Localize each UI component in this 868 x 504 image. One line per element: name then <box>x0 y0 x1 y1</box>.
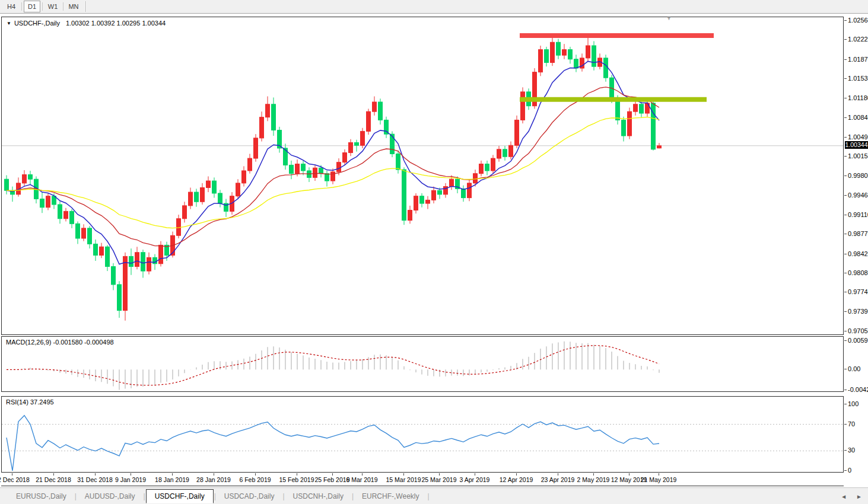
date-tick-mark <box>558 473 558 476</box>
tab-scroll-right-icon[interactable]: ► <box>856 493 862 500</box>
price-tick-label: 1.01530 <box>848 75 868 82</box>
chart-shift-marker-icon[interactable]: ▼ <box>666 15 672 21</box>
price-tick-label: 0.99800 <box>848 172 868 179</box>
macd-tick-mark <box>844 369 847 369</box>
price-tick-label: 0.98770 <box>848 230 868 237</box>
tab-eurchf-weekly[interactable]: EURCHF-,Weekly <box>354 490 427 503</box>
period-button-h4[interactable]: H4 <box>3 1 20 12</box>
chart-tab-bar: EURUSD-,Daily|AUDUSD-,Daily|USDCHF-,Dail… <box>0 487 868 504</box>
price-tick-mark <box>844 59 847 60</box>
price-tick-label: 1.01870 <box>848 56 868 63</box>
date-tick-label: 3 Apr 2019 <box>460 476 490 483</box>
tab-eurusd-daily[interactable]: EURUSD-,Daily <box>8 490 74 503</box>
price-tick-label: 0.97390 <box>848 308 868 315</box>
period-button-d1[interactable]: D1 <box>24 1 40 12</box>
price-tick-mark <box>844 78 847 79</box>
date-tick-mark <box>516 473 517 476</box>
trading-terminal: H4D1W1MN ▼USDCHF-,Daily1.00302 1.00392 1… <box>0 0 868 504</box>
price-tick-label: 1.02220 <box>848 36 868 43</box>
tab-usdcnh-daily[interactable]: USDCNH-,Daily <box>285 490 351 503</box>
date-tick-mark <box>214 473 214 476</box>
date-tick-label: 23 Apr 2019 <box>541 476 575 483</box>
chart-symbol-label: USDCHF-,Daily <box>14 20 60 27</box>
date-tick-label: 21 May 2019 <box>641 476 677 483</box>
price-tick-mark <box>844 137 847 138</box>
price-tick-label: 0.98420 <box>848 250 868 257</box>
chart-menu-arrow-icon[interactable]: ▼ <box>7 21 11 26</box>
date-tick-mark <box>593 473 594 476</box>
macd-tick-mark <box>844 340 847 341</box>
date-tick-mark <box>53 473 54 476</box>
date-tick-mark <box>475 473 475 476</box>
period-button-w1[interactable]: W1 <box>44 1 61 12</box>
date-tick-mark <box>131 473 131 476</box>
date-tick-mark <box>172 473 173 476</box>
price-tick-mark <box>844 273 847 273</box>
date-tick-label: 2 May 2019 <box>577 476 610 483</box>
macd-panel: MACD(12,26,9) -0.001580 -0.000498 <box>1 336 844 392</box>
date-tick-mark <box>403 473 404 476</box>
rsi-panel: RSI(14) 37.2495 <box>1 396 844 473</box>
price-tick-mark <box>844 39 847 40</box>
price-tick-label: 0.99110 <box>848 211 868 218</box>
date-tick-mark <box>297 473 297 476</box>
ma-mid-line <box>7 87 659 247</box>
rsi-tick-mark <box>844 424 847 425</box>
price-tick-label: 1.00840 <box>848 114 868 121</box>
rsi-tick-label: 30 <box>848 446 855 454</box>
date-tick-label: 6 Feb 2019 <box>239 476 271 483</box>
tab-separator: | <box>427 492 430 500</box>
period-button-mn[interactable]: MN <box>65 1 82 12</box>
price-axis[interactable]: 1.025601.022201.018701.015301.011801.008… <box>844 17 868 486</box>
rsi-tick-label: 100 <box>848 400 859 407</box>
macd-chart[interactable] <box>2 337 843 391</box>
price-tick-mark <box>844 331 847 331</box>
date-tick-mark <box>629 473 629 476</box>
date-tick-mark <box>362 473 363 476</box>
date-tick-label: 28 Jan 2019 <box>196 476 231 483</box>
main-chart-panel: ▼USDCHF-,Daily1.00302 1.00392 1.00295 1.… <box>1 17 844 335</box>
tab-scroll-controls: ◄► <box>841 488 862 504</box>
period-toolbar: H4D1W1MN <box>0 0 868 14</box>
price-tick-mark <box>844 311 847 312</box>
date-tick-label: 12 Apr 2019 <box>500 476 533 483</box>
tab-usdcad-daily[interactable]: USDCAD-,Daily <box>217 490 282 503</box>
date-tick-label: 15 Feb 2019 <box>279 476 314 483</box>
date-tick-label: 18 Jan 2019 <box>155 476 189 483</box>
ma-fast-line <box>7 61 659 264</box>
price-tick-label: 0.97740 <box>848 288 868 295</box>
price-tick-mark <box>844 292 847 292</box>
tab-scroll-left-icon[interactable]: ◄ <box>841 493 847 500</box>
rsi-value-line <box>7 416 659 471</box>
rsi-chart[interactable] <box>2 397 843 472</box>
price-tick-mark <box>844 195 847 196</box>
price-tick-label: 1.01180 <box>848 94 868 101</box>
date-tick-label: 12 Dec 2018 <box>0 476 30 483</box>
date-tick-label: 25 Feb 2019 <box>315 476 350 483</box>
rsi-tick-label: 0 <box>848 467 851 474</box>
rsi-label: RSI(14) 37.2495 <box>6 398 54 406</box>
tab-audusd-daily[interactable]: AUDUSD-,Daily <box>77 490 143 503</box>
date-tick-mark <box>332 473 333 476</box>
macd-tick-label: 0.00 <box>848 365 860 372</box>
price-tick-label: 0.99460 <box>848 192 868 199</box>
price-tick-mark <box>844 234 847 234</box>
macd-tick-mark <box>844 390 847 390</box>
price-tick-mark <box>844 215 847 215</box>
date-tick-label: 9 Jan 2019 <box>115 476 146 483</box>
price-tick-label: 0.98080 <box>848 269 868 276</box>
price-tick-mark <box>844 117 847 118</box>
current-price-badge: 1.00344 <box>845 141 868 149</box>
chart-title: ▼USDCHF-,Daily1.00302 1.00392 1.00295 1.… <box>7 20 166 27</box>
date-axis[interactable]: 12 Dec 201821 Dec 201831 Dec 20189 Jan 2… <box>1 473 844 486</box>
candlestick-chart[interactable] <box>2 17 843 334</box>
date-tick-label: 15 Mar 2019 <box>386 476 421 483</box>
price-tick-label: 1.00150 <box>848 152 868 160</box>
toolbar-separator <box>42 2 43 11</box>
tab-usdchf-daily[interactable]: USDCHF-,Daily <box>146 489 214 503</box>
price-tick-label: 0.97050 <box>848 327 868 334</box>
toolbar-group-separator <box>85 1 87 12</box>
rsi-tick-mark <box>844 404 847 404</box>
price-tick-label: 1.02560 <box>848 17 868 24</box>
date-tick-label: 25 Mar 2019 <box>422 476 457 483</box>
